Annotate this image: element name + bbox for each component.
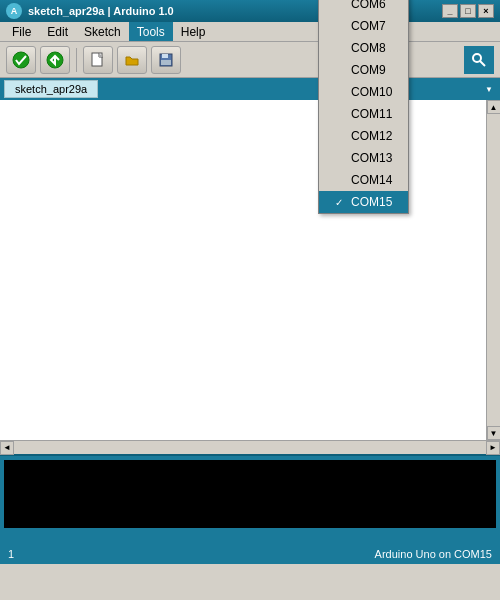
verify-button[interactable] xyxy=(6,46,36,74)
port-com13[interactable]: COM13 xyxy=(319,147,408,169)
scroll-up-arrow[interactable]: ▲ xyxy=(487,100,501,114)
toolbar xyxy=(0,42,500,78)
svg-rect-6 xyxy=(161,60,171,65)
toolbar-separator-1 xyxy=(76,48,77,72)
vertical-scrollbar[interactable]: ▲ ▼ xyxy=(486,100,500,440)
scroll-right-arrow[interactable]: ► xyxy=(486,441,500,455)
serial-port-submenu: COM1 COM3 COM4 COM5 COM6 COM7 COM8 xyxy=(318,0,409,214)
new-button[interactable] xyxy=(83,46,113,74)
menu-file[interactable]: File xyxy=(4,22,39,41)
app-icon: A xyxy=(6,3,22,19)
search-icon xyxy=(472,53,486,67)
tab-sketch[interactable]: sketch_apr29a xyxy=(4,80,98,98)
scroll-left-arrow[interactable]: ◄ xyxy=(0,441,14,455)
console-output xyxy=(4,460,496,528)
port-com12[interactable]: COM12 xyxy=(319,125,408,147)
save-button[interactable] xyxy=(151,46,181,74)
svg-point-0 xyxy=(13,52,29,68)
menu-sketch[interactable]: Sketch xyxy=(76,22,129,41)
status-bar: 1 Arduino Uno on COM15 xyxy=(0,544,500,564)
verify-icon xyxy=(12,51,30,69)
line-number: 1 xyxy=(8,548,14,560)
port-com8[interactable]: COM8 xyxy=(319,37,408,59)
svg-point-7 xyxy=(473,54,481,62)
editor[interactable] xyxy=(0,100,486,440)
tab-dropdown-arrow[interactable]: ▼ xyxy=(482,82,496,96)
close-button[interactable]: × xyxy=(478,4,494,18)
svg-line-8 xyxy=(480,61,485,66)
tab-bar: sketch_apr29a ▼ xyxy=(0,78,500,100)
menu-bar: File Edit Sketch Tools Help xyxy=(0,22,500,42)
upload-button[interactable] xyxy=(40,46,70,74)
menu-help[interactable]: Help xyxy=(173,22,214,41)
port-com10[interactable]: COM10 xyxy=(319,81,408,103)
minimize-button[interactable]: _ xyxy=(442,4,458,18)
port-com9[interactable]: COM9 xyxy=(319,59,408,81)
search-button[interactable] xyxy=(464,46,494,74)
window-title: sketch_apr29a | Arduino 1.0 xyxy=(28,5,174,17)
board-status: Arduino Uno on COM15 xyxy=(375,548,492,560)
new-icon xyxy=(90,52,106,68)
window-controls[interactable]: _ □ × xyxy=(442,4,494,18)
maximize-button[interactable]: □ xyxy=(460,4,476,18)
scroll-down-arrow[interactable]: ▼ xyxy=(487,426,501,440)
svg-rect-5 xyxy=(162,54,168,58)
port-com11[interactable]: COM11 xyxy=(319,103,408,125)
upload-icon xyxy=(46,51,64,69)
console-area xyxy=(0,454,500,544)
title-bar: A sketch_apr29a | Arduino 1.0 _ □ × xyxy=(0,0,500,22)
open-button[interactable] xyxy=(117,46,147,74)
port-com6[interactable]: COM6 xyxy=(319,0,408,15)
horizontal-scrollbar[interactable]: ◄ ► xyxy=(0,440,500,454)
port-com14[interactable]: COM14 xyxy=(319,169,408,191)
save-icon xyxy=(158,52,174,68)
editor-container: ▲ ▼ Auto Format Ctrl+T Archive Sketch Fi… xyxy=(0,100,500,440)
h-scroll-track[interactable] xyxy=(14,441,486,455)
open-icon xyxy=(124,52,140,68)
port-com7[interactable]: COM7 xyxy=(319,15,408,37)
menu-edit[interactable]: Edit xyxy=(39,22,76,41)
menu-tools[interactable]: Tools xyxy=(129,22,173,41)
port-com15[interactable]: ✓ COM15 xyxy=(319,191,408,213)
